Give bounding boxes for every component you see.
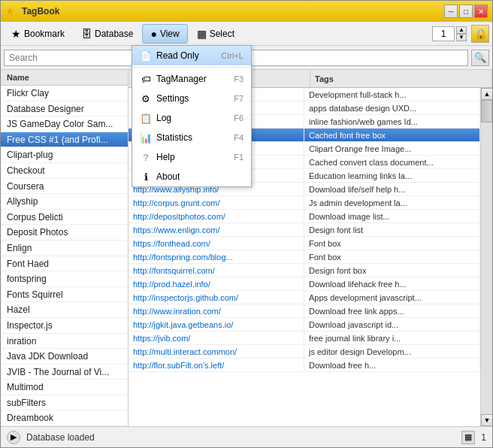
sidebar-item-0[interactable]: Flickr Clay <box>1 86 128 101</box>
table-row[interactable]: https://www.enlign.com/ Design font list <box>129 223 480 237</box>
table-row[interactable]: https://fonthead.com/ Font box <box>129 237 480 250</box>
sidebar-item-6[interactable]: Coursera <box>1 179 128 195</box>
sidebar-item-20[interactable]: subFilters <box>1 395 128 411</box>
table-row[interactable]: http://multi.interact.common/ js editor … <box>129 345 480 359</box>
scroll-down-arrow[interactable]: ▼ <box>481 414 492 426</box>
table-row[interactable]: http://fontspring.com/blog... Font box <box>129 250 480 264</box>
td-address: http://jgkit.java.getbeans.io/ <box>129 318 304 331</box>
scroll-thumb[interactable] <box>481 100 492 123</box>
sidebar-item-14[interactable]: Hazel <box>1 302 128 318</box>
td-address: https://www.enlign.com/ <box>129 223 304 236</box>
page-number-container: 1 ▲ ▼ 🔒 <box>432 25 489 43</box>
sidebar-item-10[interactable]: Enlign <box>1 241 128 256</box>
log-icon: 📋 <box>140 112 152 124</box>
sidebar-item-16[interactable]: inration <box>1 334 128 350</box>
close-button[interactable]: ✕ <box>474 5 488 18</box>
menu-bar: ★ Bookmark 🗄 Database ● View ▦ Select 1 … <box>1 22 492 46</box>
menu-select-label: Select <box>210 29 234 39</box>
dropdown-item-about[interactable]: ℹ About <box>132 167 251 186</box>
sidebar-item-17[interactable]: Java JDK Download <box>1 349 128 365</box>
window-title: TagBook <box>22 6 444 17</box>
sidebar-item-18[interactable]: JVIB - The Journal of Vi... <box>1 365 128 380</box>
table-row[interactable]: http://jgkit.java.getbeans.io/ Download … <box>129 318 480 331</box>
database-icon: 🗄 <box>81 28 92 40</box>
table-row[interactable]: http://www.inration.com/ Download free l… <box>129 304 480 318</box>
sidebar-item-3[interactable]: Free CSS #1 (and Profi... <box>1 132 128 148</box>
td-tags: Download free link apps... <box>304 304 480 317</box>
page-down-arrow[interactable]: ▼ <box>456 34 467 41</box>
about-icon: ℹ <box>140 171 152 183</box>
dropdown-item-statistics[interactable]: 📊 Statistics F4 <box>132 128 251 147</box>
td-tags: Development full-stack h... <box>304 88 480 101</box>
menu-bookmark[interactable]: ★ Bookmark <box>4 24 72 44</box>
td-tags: Font box <box>304 250 480 263</box>
settings-icon: ⚙ <box>140 92 152 104</box>
sidebar-item-2[interactable]: JS GameDay Color Sam... <box>1 117 128 132</box>
td-address: http://prod.hazel.info/ <box>129 277 304 290</box>
td-tags: Download lifehack free h... <box>304 277 480 290</box>
restore-button[interactable]: □ <box>459 5 473 18</box>
dropdown-help-label: Help <box>156 152 229 162</box>
table-row[interactable]: http://inspectorjs.github.com/ Apps deve… <box>129 291 480 304</box>
td-tags: apps database design UXD... <box>304 101 480 114</box>
sidebar-item-7[interactable]: Allyship <box>1 194 128 210</box>
td-tags: Design font list <box>304 223 480 236</box>
table-row[interactable]: http://prod.hazel.info/ Download lifehac… <box>129 277 480 291</box>
sidebar-item-12[interactable]: fontspring <box>1 271 128 287</box>
dropdown-settings-shortcut: F7 <box>234 94 243 103</box>
dropdown-settings-label: Settings <box>156 93 229 104</box>
dropdown-statistics-shortcut: F4 <box>234 133 243 142</box>
sidebar-item-13[interactable]: Fonts Squirrel <box>1 287 128 303</box>
dropdown-help-shortcut: F1 <box>234 153 243 162</box>
td-tags: inline fashion/web games Id... <box>304 115 480 128</box>
dropdown-item-help[interactable]: ? Help F1 <box>132 147 251 167</box>
sidebar-item-5[interactable]: Checkout <box>1 163 128 179</box>
td-address: http://www.inration.com/ <box>129 304 304 317</box>
table-row[interactable]: http://fontsquirrel.com/ Design font box <box>129 264 480 277</box>
main-window: ★ TagBook ─ □ ✕ ★ Bookmark 🗄 Database ● … <box>0 0 493 448</box>
scroll-up-arrow[interactable]: ▲ <box>481 88 492 100</box>
td-tags: Clipart Orange free Image... <box>304 142 480 155</box>
sidebar-item-1[interactable]: Database Designer <box>1 101 128 117</box>
dropdown-item-settings[interactable]: ⚙ Settings F7 <box>132 89 251 108</box>
search-button[interactable]: 🔍 <box>471 50 489 66</box>
lock-button[interactable]: 🔒 <box>471 25 489 43</box>
view-icon: ● <box>150 28 156 40</box>
td-tags: js editor design Developm... <box>304 345 480 358</box>
view-dropdown-menu: 📄 Read Only Ctrl+L 🏷 TagManager F3 ⚙ Set… <box>132 70 252 187</box>
status-grid-icon[interactable]: ▦ <box>461 431 475 444</box>
sidebar-item-19[interactable]: Multimod <box>1 380 128 395</box>
td-address: https://jvib.com/ <box>129 331 304 344</box>
dropdown-log-label: Log <box>156 113 229 123</box>
menu-view[interactable]: ● View <box>142 24 187 44</box>
table-row[interactable]: http://corpus.grunt.com/ Js admin develo… <box>129 196 480 210</box>
menu-database-label: Database <box>95 29 133 39</box>
menu-view-label: View <box>160 29 180 39</box>
table-row[interactable]: http://depositphotos.com/ Download image… <box>129 210 480 223</box>
sidebar-item-9[interactable]: Deposit Photos <box>1 225 128 241</box>
status-text: Database loaded <box>26 432 455 443</box>
minimize-button[interactable]: ─ <box>444 5 458 18</box>
td-tags: Design font box <box>304 264 480 277</box>
td-tags: Cached font free box <box>304 129 480 141</box>
sidebar-item-11[interactable]: Font Haed <box>1 256 128 272</box>
dropdown-item-tagmanager[interactable]: 🏷 TagManager F3 <box>132 70 251 89</box>
sidebar-item-15[interactable]: Inspector.js <box>1 318 128 334</box>
dropdown-item-log[interactable]: 📋 Log F6 <box>132 108 251 128</box>
sidebar-item-4[interactable]: Clipart-plug <box>1 147 128 163</box>
td-tags: Download javascript id... <box>304 318 480 331</box>
sidebar-item-8[interactable]: Corpus Delicti <box>1 210 128 226</box>
table-row[interactable]: http://flor.subFilt.on's.left/ Download … <box>129 359 480 372</box>
vertical-scrollbar[interactable]: ▲ ▼ <box>480 88 492 426</box>
td-address: https://fonthead.com/ <box>129 237 304 250</box>
table-row[interactable]: https://jvib.com/ free journal link libr… <box>129 331 480 345</box>
td-tags: Download free h... <box>304 359 480 371</box>
menu-select[interactable]: ▦ Select <box>189 24 242 44</box>
dropdown-tagmanager-shortcut: F3 <box>234 74 243 83</box>
dropdown-statistics-label: Statistics <box>156 132 229 143</box>
sidebar-item-21[interactable]: Dreambook <box>1 410 128 426</box>
page-up-arrow[interactable]: ▲ <box>456 26 467 34</box>
status-icon[interactable]: ▶ <box>7 431 20 444</box>
scroll-track[interactable] <box>481 100 492 414</box>
menu-database[interactable]: 🗄 Database <box>74 24 141 44</box>
